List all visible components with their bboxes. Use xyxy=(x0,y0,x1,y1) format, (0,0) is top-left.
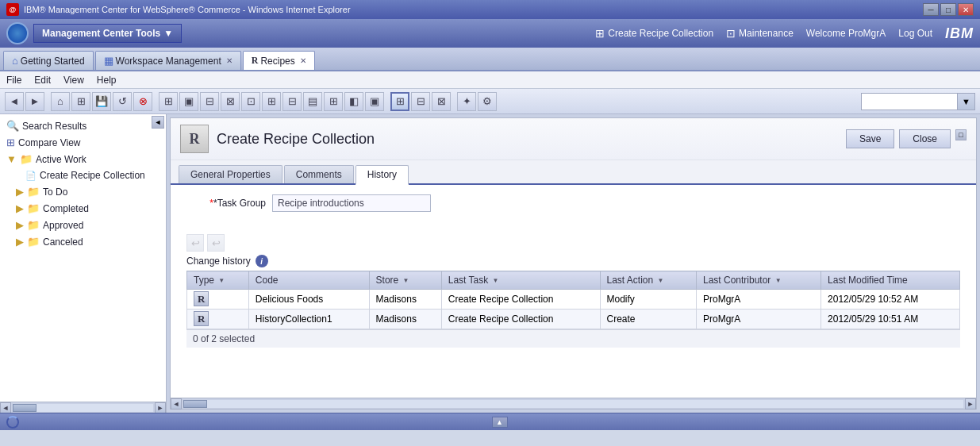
row2-last-contributor: ProMgrA xyxy=(696,310,821,329)
form-area: **Task Group xyxy=(171,185,976,231)
content-hscroll-area: ◄ ► xyxy=(171,398,976,409)
tab-recipes[interactable]: R Recipes ✕ xyxy=(243,51,315,70)
sidebar-scroll-track[interactable] xyxy=(13,404,153,412)
logout-link[interactable]: Log Out xyxy=(898,28,932,39)
col-store: Store ▼ xyxy=(369,271,441,290)
sidebar-canceled[interactable]: ▶ 📁 Canceled xyxy=(0,233,166,250)
info-icon[interactable]: i xyxy=(256,255,268,267)
last-contributor-sort-icon[interactable]: ▼ xyxy=(775,277,783,284)
maintenance-link[interactable]: ⊡ Maintenance xyxy=(726,27,794,40)
tab-history[interactable]: History xyxy=(355,165,409,185)
folder-open-icon: 📁 xyxy=(20,153,33,165)
save-button[interactable]: Save xyxy=(846,129,894,148)
catalog-button[interactable]: ✦ xyxy=(457,92,476,111)
row2-code: HistoryCollection1 xyxy=(248,310,369,329)
content-scroll-left[interactable]: ◄ xyxy=(171,398,182,409)
home-button[interactable]: ⌂ xyxy=(51,92,70,111)
search-area: ▼ xyxy=(861,93,975,110)
row2-store: Madisons xyxy=(369,310,441,329)
sidebar-approved[interactable]: ▶ 📁 Approved xyxy=(0,217,166,233)
last-action-sort-icon[interactable]: ▼ xyxy=(658,277,666,284)
display-button[interactable]: ▣ xyxy=(179,92,198,111)
grid-button[interactable]: ⊞ xyxy=(159,92,178,111)
sidebar-todo[interactable]: ▶ 📁 To Do xyxy=(0,183,166,200)
row1-type: R xyxy=(187,290,249,310)
button9[interactable]: ⊞ xyxy=(324,92,343,111)
task-group-label: **Task Group xyxy=(186,198,266,209)
split-v-button[interactable]: ⊠ xyxy=(432,92,451,111)
button3[interactable]: ⊟ xyxy=(200,92,219,111)
refresh-button[interactable]: ↺ xyxy=(113,92,132,111)
compare-icon: ⊞ xyxy=(6,136,15,148)
content-scroll-track[interactable] xyxy=(183,400,963,408)
sidebar-scroll-left[interactable]: ◄ xyxy=(0,402,11,413)
content-scroll-right[interactable]: ► xyxy=(965,398,976,409)
table-header-row: Type ▼ Code Store ▼ Last Task xyxy=(187,271,960,290)
gear-button[interactable]: ⚙ xyxy=(478,92,497,111)
table-row: R Delicious Foods Madisons Create Recipe… xyxy=(187,290,960,310)
button8[interactable]: ▤ xyxy=(303,92,322,111)
button4[interactable]: ⊠ xyxy=(221,92,240,111)
split-h-button[interactable]: ⊟ xyxy=(411,92,430,111)
back-button[interactable]: ◄ xyxy=(5,92,24,111)
management-tools-button[interactable]: Management Center Tools ▼ xyxy=(33,24,182,43)
close-button[interactable]: Close xyxy=(899,129,951,148)
sidebar-active-work[interactable]: ▼ 📁 Active Work xyxy=(0,151,166,167)
forward-button[interactable]: ► xyxy=(25,92,44,111)
button5[interactable]: ⊡ xyxy=(241,92,260,111)
sidebar-search-results[interactable]: 🔍 Search Results xyxy=(0,117,166,134)
menu-file[interactable]: File xyxy=(6,75,21,86)
content-icon: R xyxy=(180,125,209,153)
sidebar-scroll-right[interactable]: ► xyxy=(155,402,166,413)
menu-help[interactable]: Help xyxy=(97,75,117,86)
col-code: Code xyxy=(248,271,369,290)
maintenance-icon: ⊡ xyxy=(726,27,736,40)
sidebar-completed[interactable]: ▶ 📁 Completed xyxy=(0,200,166,217)
close-workspace-tab[interactable]: ✕ xyxy=(226,56,233,65)
create-recipe-collection-link[interactable]: ⊞ Create Recipe Collection xyxy=(595,27,713,40)
ibm-logo: IBM xyxy=(945,25,974,42)
store-sort-icon[interactable]: ▼ xyxy=(403,277,411,284)
menu-view[interactable]: View xyxy=(63,75,84,86)
tab-general-properties[interactable]: General Properties xyxy=(179,165,282,183)
sidebar-collapse-button[interactable]: ◄ xyxy=(152,116,164,129)
button10[interactable]: ◧ xyxy=(344,92,363,111)
maximize-pane-button[interactable]: □ xyxy=(955,129,967,140)
content-pane: R Create Recipe Collection Save Close □ … xyxy=(167,114,980,413)
button7[interactable]: ⊟ xyxy=(282,92,302,111)
type-sort-icon[interactable]: ▼ xyxy=(218,277,226,284)
task-group-input[interactable] xyxy=(272,194,431,212)
close-recipes-tab[interactable]: ✕ xyxy=(300,56,306,65)
search-button[interactable]: ▼ xyxy=(957,94,974,110)
sidebar-create-recipe[interactable]: 📄 Create Recipe Collection xyxy=(0,167,166,183)
tab-getting-started[interactable]: ⌂ Getting Started xyxy=(3,51,94,70)
completed-folder-icon: ▶ xyxy=(16,202,24,214)
status-expand-button[interactable]: ▲ xyxy=(492,417,508,428)
close-window-button[interactable]: ✕ xyxy=(958,3,974,16)
last-task-sort-icon[interactable]: ▼ xyxy=(493,277,501,284)
col-type: Type ▼ xyxy=(187,271,249,290)
stop-button[interactable]: ⊗ xyxy=(133,92,152,111)
save-button[interactable]: 💾 xyxy=(92,92,111,111)
col-last-modified-time: Last Modified Time xyxy=(821,271,960,290)
button6[interactable]: ⊞ xyxy=(262,92,281,111)
tab-workspace-management[interactable]: ▦ Workspace Management ✕ xyxy=(95,51,241,70)
restore-button[interactable]: □ xyxy=(940,3,956,16)
tab-comments[interactable]: Comments xyxy=(284,165,354,183)
header-right: ⊞ Create Recipe Collection ⊡ Maintenance… xyxy=(595,25,974,42)
button11[interactable]: ▣ xyxy=(365,92,384,111)
change-history-label: Change history xyxy=(186,256,251,267)
col-last-contributor: Last Contributor ▼ xyxy=(696,271,821,290)
redo-button[interactable]: ↩ xyxy=(207,234,225,252)
change-history-section: Change history i Type ▼ Code xyxy=(171,255,976,348)
search-input[interactable] xyxy=(862,95,957,108)
expand-button[interactable]: ⊞ xyxy=(71,92,90,111)
workspace-icon: ▦ xyxy=(104,55,113,67)
undo-button[interactable]: ↩ xyxy=(186,234,204,252)
row2-last-modified-time: 2012/05/29 10:51 AM xyxy=(821,310,960,329)
sidebar-compare-view[interactable]: ⊞ Compare View xyxy=(0,134,166,151)
active-btn[interactable]: ⊞ xyxy=(390,92,409,111)
menu-edit[interactable]: Edit xyxy=(34,75,51,86)
active-work-folder-icon: ▼ xyxy=(6,153,17,165)
minimize-button[interactable]: ─ xyxy=(923,3,939,16)
